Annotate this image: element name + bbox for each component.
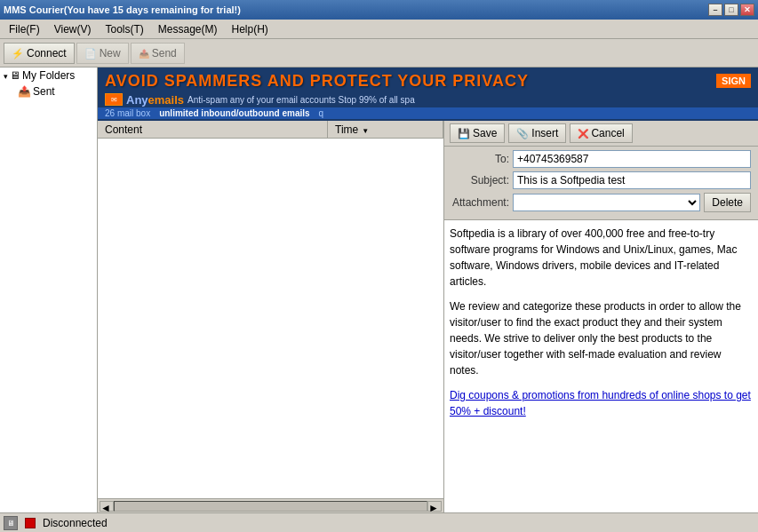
- status-icon: 🖥: [4, 516, 18, 530]
- title-bar: MMS Courier(You have 15 days remaining f…: [0, 0, 758, 20]
- ad-brand: Anyemails: [126, 93, 184, 107]
- ad-brand-any: Any: [126, 93, 148, 107]
- cancel-button[interactable]: Cancel: [570, 123, 632, 143]
- to-field-row: To:: [451, 150, 751, 168]
- ad-unlimited-text: unlimited inbound/outbound emails: [159, 108, 309, 118]
- right-panel: AVOID SPAMMERS AND PROTECT YOUR PRIVACY …: [98, 67, 758, 512]
- compose-panel: Save Insert Cancel To:: [444, 121, 758, 512]
- menu-view[interactable]: View(V): [47, 20, 99, 38]
- body-link[interactable]: Dig coupons & promotions from hundreds o…: [450, 387, 753, 419]
- message-list-body: [98, 139, 443, 498]
- attachment-field-row: Attachment: Delete: [451, 193, 751, 212]
- to-label: To:: [451, 153, 509, 165]
- close-button[interactable]: ✕: [740, 4, 754, 16]
- window-title: MMS Courier(You have 15 days remaining f…: [4, 4, 241, 15]
- main-toolbar: Connect New Send: [0, 39, 758, 67]
- new-icon: [84, 47, 97, 60]
- minimize-button[interactable]: –: [708, 4, 722, 16]
- body-paragraph-1: Softpedia is a library of over 400,000 f…: [450, 226, 753, 290]
- save-icon: [458, 127, 470, 139]
- tree-item-myfolders[interactable]: 🖥 My Folders: [0, 67, 97, 83]
- scrollbar-track[interactable]: [114, 501, 427, 512]
- connect-button[interactable]: Connect: [4, 43, 75, 64]
- col-header-content: Content: [98, 121, 328, 138]
- sort-icon: [362, 123, 369, 136]
- status-text: Disconnected: [43, 517, 108, 529]
- ad-top-row: AVOID SPAMMERS AND PROTECT YOUR PRIVACY …: [98, 70, 758, 92]
- scrollbar-left-arrow[interactable]: ◄: [100, 501, 114, 512]
- col-header-time[interactable]: Time: [328, 121, 443, 138]
- collapse-icon: [4, 69, 8, 82]
- body-paragraph-2: We review and categorize these products …: [450, 298, 753, 378]
- send-icon: [139, 47, 149, 60]
- insert-icon: [516, 127, 529, 139]
- to-input[interactable]: [513, 150, 751, 168]
- status-bar: 🖥 Disconnected: [0, 512, 758, 532]
- ad-sub-text: Anti-spam any of your email accounts Sto…: [188, 95, 415, 105]
- subject-input[interactable]: [513, 171, 751, 189]
- new-button[interactable]: New: [76, 43, 129, 64]
- ad-main-text: AVOID SPAMMERS AND PROTECT YOUR PRIVACY: [105, 72, 529, 91]
- maximize-button[interactable]: □: [724, 4, 738, 16]
- list-header: Content Time: [98, 121, 443, 139]
- ad-logo-row: ✉ Anyemails Anti-spam any of your email …: [98, 92, 758, 107]
- save-button[interactable]: Save: [450, 123, 505, 143]
- ad-bottom-row: 26 mail box unlimited inbound/outbound e…: [98, 107, 758, 119]
- insert-button[interactable]: Insert: [508, 123, 566, 143]
- disconnected-indicator: [25, 518, 36, 528]
- main-container: 🖥 My Folders 📤 Sent AVOID SPAMMERS AND P…: [0, 67, 758, 512]
- compose-body[interactable]: Softpedia is a library of over 400,000 f…: [444, 220, 758, 512]
- folder-tree: 🖥 My Folders 📤 Sent: [0, 67, 98, 512]
- menu-help[interactable]: Help(H): [225, 20, 275, 38]
- menu-file[interactable]: File(F): [2, 20, 47, 38]
- ad-extra-text: q: [319, 108, 324, 118]
- window-controls: – □ ✕: [708, 4, 754, 16]
- ad-banner: AVOID SPAMMERS AND PROTECT YOUR PRIVACY …: [98, 67, 758, 121]
- send-button[interactable]: Send: [131, 43, 185, 64]
- list-horizontal-scrollbar[interactable]: ◄ ►: [98, 498, 443, 512]
- menu-bar: File(F) View(V) Tools(T) Message(M) Help…: [0, 20, 758, 39]
- ad-sign-button[interactable]: SIGN: [716, 74, 751, 88]
- ad-envelope-icon: ✉: [105, 93, 123, 106]
- connect-icon: [12, 47, 24, 60]
- attachment-label: Attachment:: [451, 196, 509, 209]
- delete-attachment-button[interactable]: Delete: [704, 193, 751, 212]
- compose-fields: To: Subject: Attachment: Delete: [444, 147, 758, 220]
- menu-tools[interactable]: Tools(T): [98, 20, 150, 38]
- ad-brand-emails: emails: [148, 93, 184, 107]
- menu-message[interactable]: Message(M): [151, 20, 225, 38]
- discount-link[interactable]: Dig coupons & promotions from hundreds o…: [450, 389, 751, 417]
- subject-field-row: Subject:: [451, 171, 751, 189]
- cancel-icon: [578, 127, 588, 139]
- content-split: Content Time ◄ ►: [98, 121, 758, 512]
- attachment-select[interactable]: [513, 194, 700, 211]
- subject-label: Subject:: [451, 174, 509, 187]
- pc-icon: 🖥: [10, 69, 20, 82]
- sent-icon: 📤: [18, 85, 31, 98]
- ad-mailbox-count: 26 mail box: [105, 108, 150, 118]
- compose-toolbar: Save Insert Cancel: [444, 121, 758, 147]
- scrollbar-right-arrow[interactable]: ►: [427, 501, 442, 512]
- tree-item-sent[interactable]: 📤 Sent: [0, 83, 97, 99]
- message-list-panel: Content Time ◄ ►: [98, 121, 444, 512]
